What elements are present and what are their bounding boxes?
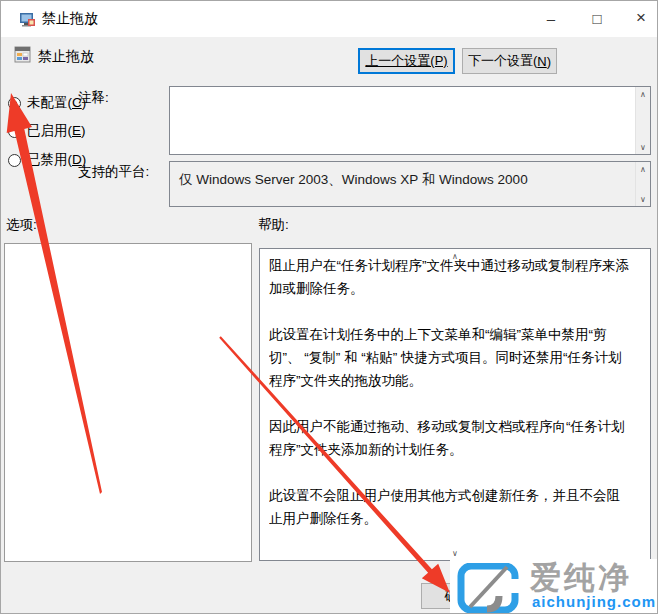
radio-enabled-circle[interactable] bbox=[8, 125, 21, 138]
maximize-button[interactable]: □ bbox=[577, 1, 617, 35]
scroll-down-icon[interactable]: ∨ bbox=[636, 192, 650, 206]
group-policy-setting-window: 禁止拖放 – □ × 禁止拖放 上一个设置(P) 下一个设置(N) 未配置(C)… bbox=[0, 0, 658, 614]
radio-enabled[interactable]: 已启用(E) bbox=[8, 122, 86, 140]
radio-disabled-circle[interactable] bbox=[8, 154, 21, 167]
help-text: 阻止用户在“任务计划程序”文件夹中通过移动或复制程序来添加或删除任务。 此设置在… bbox=[269, 254, 630, 556]
help-paragraph: 因此用户不能通过拖动、移动或复制文档或程序向“任务计划程序”文件夹添加新的计划任… bbox=[269, 415, 630, 461]
scroll-up-icon[interactable]: ∧ bbox=[260, 249, 650, 263]
radio-not-configured[interactable]: 未配置(C) bbox=[8, 94, 86, 112]
watermark-domain: aichunjing.com bbox=[532, 593, 656, 610]
comment-textbox[interactable]: ∧ ∨ bbox=[169, 86, 651, 155]
close-button[interactable]: × bbox=[621, 1, 658, 35]
help-paragraph: 此设置不会阻止用户使用其他方式创建新任务，并且不会阻止用户删除任务。 bbox=[269, 484, 630, 530]
radio-not-configured-circle[interactable] bbox=[8, 97, 21, 110]
next-setting-button[interactable]: 下一个设置(N) bbox=[462, 48, 557, 74]
help-paragraph: 此设置在计划任务中的上下文菜单和“编辑”菜单中禁用“剪切”、 “复制” 和 “粘… bbox=[269, 323, 630, 392]
scroll-up-icon[interactable]: ∧ bbox=[636, 162, 650, 176]
window-title: 禁止拖放 bbox=[42, 10, 98, 28]
supported-on-value: 仅 Windows Server 2003、Windows XP 和 Windo… bbox=[179, 171, 630, 189]
scroll-up-icon[interactable]: ∧ bbox=[636, 87, 650, 101]
watermark-logo-icon bbox=[457, 563, 521, 613]
policy-name-label: 禁止拖放 bbox=[38, 48, 94, 66]
watermark: 爱纯净 aichunjing.com bbox=[450, 559, 658, 614]
window-policy-icon bbox=[19, 11, 36, 28]
title-bar: 禁止拖放 – □ × bbox=[1, 1, 657, 37]
comment-scrollbar[interactable]: ∧ ∨ bbox=[635, 87, 650, 154]
previous-setting-label: 上一个设置(P) bbox=[365, 52, 447, 70]
supported-on-box: 仅 Windows Server 2003、Windows XP 和 Windo… bbox=[169, 161, 651, 207]
options-panel bbox=[4, 243, 252, 562]
minimize-button[interactable]: – bbox=[531, 1, 571, 35]
comment-label: 注释: bbox=[78, 89, 109, 107]
options-label: 选项: bbox=[6, 216, 37, 234]
next-setting-label: 下一个设置( bbox=[468, 52, 537, 70]
supported-on-label: 支持的平台: bbox=[78, 163, 149, 181]
help-panel: 阻止用户在“任务计划程序”文件夹中通过移动或复制程序来添加或删除任务。 此设置在… bbox=[259, 248, 651, 561]
scroll-down-icon[interactable]: ∨ bbox=[636, 140, 650, 154]
supported-scrollbar[interactable]: ∧ ∨ bbox=[635, 162, 650, 206]
policy-setting-icon bbox=[14, 46, 31, 63]
help-label: 帮助: bbox=[258, 216, 289, 234]
previous-setting-button[interactable]: 上一个设置(P) bbox=[358, 48, 455, 74]
radio-disabled[interactable]: 已禁用(D) bbox=[8, 151, 86, 169]
